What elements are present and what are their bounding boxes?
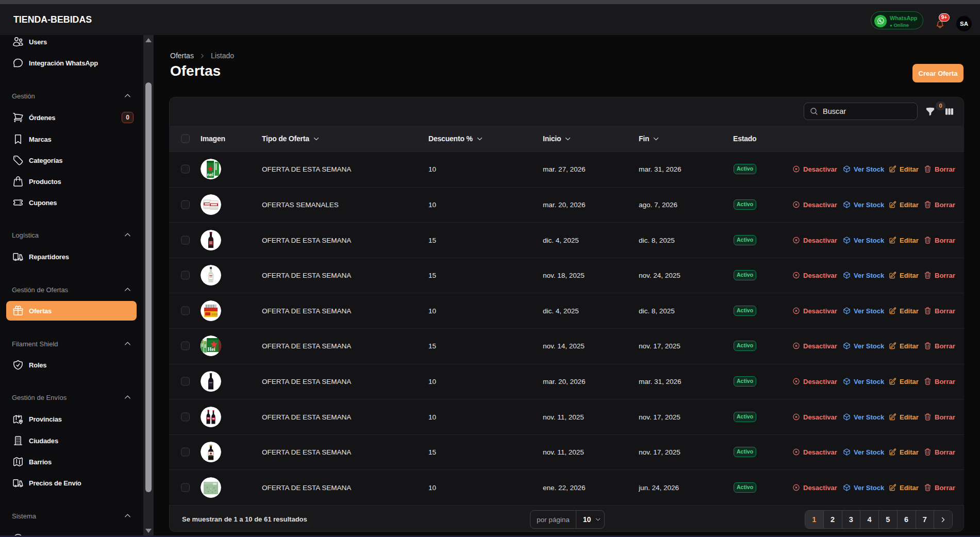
svg-text:Hei: Hei (208, 346, 215, 352)
svg-text:nel: nel (207, 172, 213, 177)
svg-text:SER: SER (211, 313, 218, 316)
